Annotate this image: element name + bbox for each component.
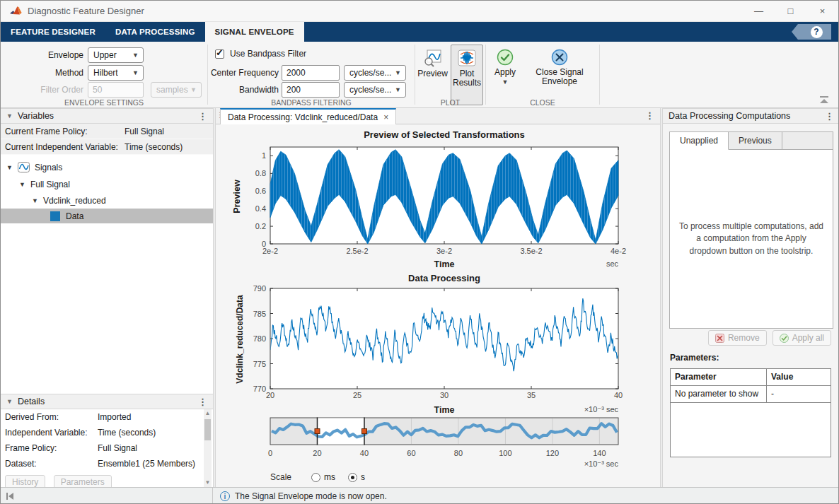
remove-button-label: Remove <box>728 333 760 343</box>
svg-text:140: 140 <box>593 449 606 457</box>
envelope-dropdown[interactable]: Upper▼ <box>88 47 144 63</box>
svg-text:0.8: 0.8 <box>255 169 266 177</box>
status-message-row: i The Signal Envelope mode is now open. <box>220 491 387 501</box>
toolstrip-separator <box>599 45 600 105</box>
twisty-icon[interactable]: ▼ <box>19 181 25 188</box>
details-frame-policy-label: Frame Policy: <box>5 443 57 453</box>
svg-text:0.2: 0.2 <box>255 222 266 230</box>
tab-close-icon[interactable]: × <box>383 112 388 122</box>
filter-order-unit-dropdown[interactable]: samples▼ <box>151 82 202 98</box>
details-independent-variable-label: Independent Variable: <box>5 428 88 438</box>
tab-unapplied[interactable]: Unapplied <box>670 132 729 150</box>
twisty-icon[interactable]: ▼ <box>32 197 38 204</box>
preview-button[interactable]: Preview <box>417 45 449 105</box>
chevron-down-icon: ▼ <box>190 83 197 98</box>
center-frequency-unit-dropdown[interactable]: cycles/se...▼ <box>344 65 406 81</box>
help-button[interactable]: ? <box>792 24 831 40</box>
preview-plot[interactable]: 2e-22.5e-23e-23.5e-24e-200.20.40.60.81 <box>216 142 660 262</box>
radio-icon[interactable] <box>311 473 320 482</box>
kebab-menu-icon[interactable]: ⋮ <box>825 111 834 122</box>
scrollbar-thumb[interactable] <box>204 419 211 440</box>
collapse-triangle-icon[interactable]: ▼ <box>6 398 13 405</box>
tree-item-full-signal[interactable]: ▼ Full Signal <box>1 177 213 192</box>
tab-data-processing[interactable]: DATA PROCESSING <box>105 22 205 42</box>
method-dropdown[interactable]: Hilbert▼ <box>88 65 144 81</box>
preview-x-unit: sec <box>606 259 618 268</box>
scroll-up-icon[interactable]: ▲ <box>204 409 212 418</box>
details-header[interactable]: ▼ Details ⋮ <box>1 394 213 409</box>
data-processing-chart-title: Data Processing <box>270 273 618 283</box>
tree-label-data: Data <box>66 211 83 221</box>
variables-info-row: Current Frame Policy: Full Signal <box>1 124 213 139</box>
tree-item-signals[interactable]: ▼ Signals <box>1 160 213 175</box>
svg-text:780: 780 <box>253 334 266 343</box>
svg-text:0: 0 <box>268 449 272 457</box>
table-row: No parameter to show - <box>671 386 831 403</box>
collapse-triangle-icon[interactable]: ▼ <box>6 112 13 119</box>
right-panel: Data Processing Computations ⋮ Unapplied… <box>663 108 839 487</box>
tab-previous[interactable]: Previous <box>729 132 782 149</box>
group-label-bandpass-filtering: BANDPASS FILTERING <box>208 98 415 107</box>
bandwidth-unit-dropdown[interactable]: cycles/se...▼ <box>344 82 406 98</box>
maximize-button[interactable]: □ <box>775 1 806 21</box>
apply-all-button[interactable]: Apply all <box>773 330 831 346</box>
remove-x-icon <box>715 334 724 343</box>
signal-swatch-icon <box>50 211 60 221</box>
svg-text:60: 60 <box>407 449 415 457</box>
apply-button-label: Apply <box>494 68 516 77</box>
kebab-menu-icon[interactable]: ⋮ <box>198 111 207 122</box>
remove-button[interactable]: Remove <box>708 330 767 346</box>
apply-check-icon <box>497 49 514 66</box>
tree-item-data-selected[interactable]: Data <box>1 209 213 223</box>
center-frequency-input[interactable]: 2000 <box>282 65 340 81</box>
dataset-label: Dataset: <box>5 459 37 469</box>
matlab-logo <box>9 6 22 17</box>
preview-xlabel: Time <box>434 259 455 269</box>
computations-empty-message: To process multiple computations, add a … <box>678 221 824 257</box>
data-processing-plot[interactable]: 2025303540770775780785790 <box>216 285 660 405</box>
use-bandpass-filter-checkbox[interactable] <box>215 49 224 59</box>
scroll-down-icon[interactable]: ▼ <box>204 479 212 487</box>
details-rows: Derived From:Imported Independent Variab… <box>1 409 203 489</box>
svg-text:40: 40 <box>360 449 369 457</box>
collapse-panel-icon[interactable] <box>6 493 13 500</box>
scale-ms-label: ms <box>324 472 335 482</box>
signal-tree: ▼ Signals ▼ Full Signal ▼ Vdclink_reduce… <box>1 155 213 394</box>
tab-feature-designer[interactable]: FEATURE DESIGNER <box>1 22 105 42</box>
scale-radio-ms[interactable]: ms <box>311 472 335 482</box>
svg-text:1: 1 <box>262 151 266 160</box>
bandwidth-input[interactable]: 200 <box>282 82 340 98</box>
svg-text:4e-2: 4e-2 <box>611 247 626 255</box>
radio-icon[interactable] <box>348 473 357 482</box>
filter-order-input[interactable]: 50 <box>88 82 144 98</box>
center-panel: ⋮⋮ Data Processing: Vdclink_reduced/Data… <box>216 108 660 487</box>
details-scrollbar[interactable]: ▲ ▼ <box>204 409 212 487</box>
derived-from-value: Imported <box>98 412 131 422</box>
plot-results-button[interactable]: Plot Results <box>451 45 483 105</box>
statusbar: i The Signal Envelope mode is now open. <box>1 487 838 504</box>
preview-chart-title: Preview of Selected Transformations <box>270 129 618 140</box>
computations-buttons: Remove Apply all <box>663 330 831 346</box>
document-tab[interactable]: Data Processing: Vdclink_reduced/Data × <box>220 108 396 124</box>
kebab-menu-icon[interactable]: ⋮ <box>198 397 207 407</box>
variables-header[interactable]: ▼ Variables ⋮ <box>1 108 213 124</box>
kebab-menu-icon[interactable]: ⋮ <box>645 110 654 121</box>
group-close: Apply ▼ Close Signal Envelope CLOSE <box>486 42 599 108</box>
scale-control: Scale ms s <box>270 470 365 484</box>
column-parameter: Parameter <box>671 369 767 385</box>
apply-button[interactable]: Apply ▼ <box>489 45 521 105</box>
collapse-toolstrip-button[interactable] <box>820 96 828 103</box>
svg-text:0: 0 <box>262 240 266 248</box>
twisty-icon[interactable]: ▼ <box>6 164 13 171</box>
close-signal-envelope-button[interactable]: Close Signal Envelope <box>523 45 596 105</box>
svg-text:0.6: 0.6 <box>255 187 266 195</box>
tree-item-vdclink-reduced[interactable]: ▼ Vdclink_reduced <box>1 193 213 208</box>
minimize-button[interactable]: — <box>743 1 775 21</box>
group-bandpass-filtering: Use Bandpass Filter Center Frequency 200… <box>208 42 415 108</box>
details-frame-policy-value: Full Signal <box>98 443 137 453</box>
close-button[interactable]: × <box>806 1 838 21</box>
panner[interactable]: 020406080100120140×10⁻³ sec <box>216 416 660 470</box>
scale-radio-s[interactable]: s <box>348 472 365 482</box>
parameters-table: Parameter Value No parameter to show - <box>670 368 831 457</box>
tab-signal-envelope[interactable]: SIGNAL ENVELOPE <box>205 22 304 42</box>
